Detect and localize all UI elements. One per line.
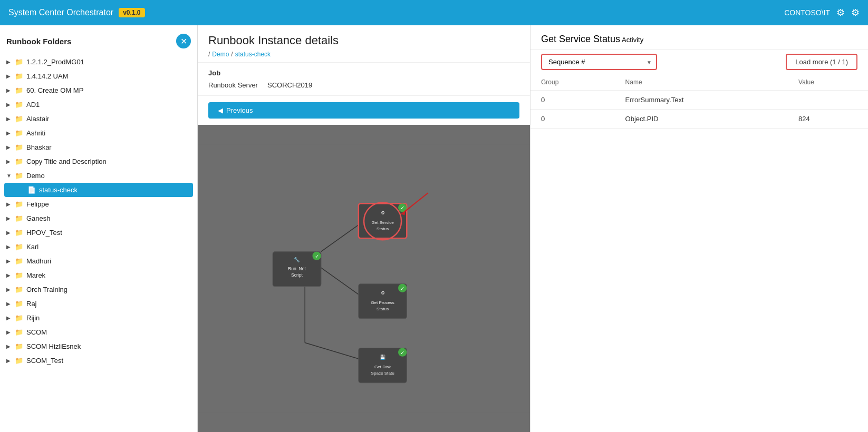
previous-button[interactable]: ◀ Previous	[208, 102, 519, 119]
folder-item-scom-test[interactable]: ▶ 📁 SCOM_Test	[0, 354, 197, 368]
right-panel-title: Get Service Status	[541, 34, 620, 44]
settings-icon[interactable]: ⚙	[836, 7, 845, 18]
table-row: 0 Object.PID 824	[531, 110, 868, 129]
arrow-icon: ▶	[6, 201, 15, 207]
folder-item-ad1[interactable]: ▶ 📁 AD1	[0, 97, 197, 112]
svg-text:✓: ✓	[315, 253, 319, 259]
load-more-button[interactable]: Load more (1 / 1)	[786, 54, 857, 70]
folder-item-copy-title[interactable]: ▶ 📁 Copy Title and Description	[0, 154, 197, 169]
folder-icon: 📁	[15, 143, 23, 151]
folder-name: Orch Training	[26, 286, 67, 293]
folder-icon: 📁	[15, 328, 23, 336]
folder-item-orch[interactable]: ▶ 📁 Orch Training	[0, 282, 197, 297]
gear-icon[interactable]: ⚙	[851, 7, 860, 18]
folder-item-status-check[interactable]: 📄 status-check	[4, 183, 193, 197]
svg-text:🔧: 🔧	[294, 257, 300, 263]
job-detail-row: Runbook Server SCORCH2019	[208, 81, 519, 89]
arrow-icon: ▶	[6, 301, 15, 307]
arrow-icon: ▶	[6, 159, 15, 164]
arrow-icon: ▶	[6, 59, 15, 65]
folder-item-rijin[interactable]: ▶ 📁 Rijin	[0, 311, 197, 325]
folder-item-ashriti[interactable]: ▶ 📁 Ashriti	[0, 126, 197, 140]
arrow-icon: ▶	[6, 358, 15, 364]
table-header: Group Name Value	[531, 74, 868, 91]
svg-text:⚙: ⚙	[381, 290, 385, 296]
folder-name: Alastair	[26, 115, 49, 123]
folder-item-madhuri[interactable]: ▶ 📁 Madhuri	[0, 254, 197, 268]
folder-name: Copy Title and Description	[26, 158, 107, 165]
folder-item-alastair[interactable]: ▶ 📁 Alastair	[0, 112, 197, 126]
folder-item-raj[interactable]: ▶ 📁 Raj	[0, 297, 197, 311]
folder-item-hpov[interactable]: ▶ 📁 HPOV_Test	[0, 225, 197, 240]
breadcrumb-status-check[interactable]: status-check	[235, 51, 271, 58]
prev-arrow-icon: ◀	[218, 106, 223, 114]
file-icon: 📄	[27, 186, 36, 194]
folder-item-demo[interactable]: ▼ 📁 Demo	[0, 169, 197, 183]
arrow-icon: ▶	[6, 329, 15, 335]
folder-item-karl[interactable]: ▶ 📁 Karl	[0, 240, 197, 254]
folder-name: Ashriti	[26, 129, 45, 137]
folder-list: ▶ 📁 1.2.1.2_ProdMG01 ▶ 📁 1.4.14.2 UAM ▶ …	[0, 53, 197, 370]
folder-item-60[interactable]: ▶ 📁 60. Create OM MP	[0, 83, 197, 97]
folder-name: Rijin	[26, 314, 40, 322]
activity-table: Group Name Value 0 ErrorSummary.Text 0 O…	[531, 74, 868, 129]
arrow-icon: ▼	[6, 173, 15, 179]
svg-text:Status: Status	[377, 227, 389, 231]
arrow-icon: ▶	[6, 343, 15, 349]
folder-icon: 📁	[15, 314, 23, 322]
diagram-area: 🔧 Run .Net Script ✓ ⚙ Get Service Status…	[198, 125, 530, 432]
svg-text:✓: ✓	[400, 286, 404, 291]
arrow-icon: ▶	[6, 102, 15, 107]
cell-group: 0	[531, 91, 615, 110]
svg-text:Get Process: Get Process	[371, 300, 394, 305]
svg-text:💾: 💾	[380, 354, 386, 360]
svg-text:Get Disk: Get Disk	[374, 365, 391, 369]
arrow-icon: ▶	[6, 244, 15, 250]
version-badge: v0.1.0	[119, 8, 144, 17]
runbook-header: Runbook Instance details / Demo / status…	[198, 25, 530, 63]
breadcrumb-demo[interactable]: Demo	[212, 51, 229, 58]
cell-value: 824	[788, 110, 868, 129]
folder-icon: 📁	[15, 214, 23, 222]
job-detail-value: SCORCH2019	[267, 81, 312, 89]
folder-item-scom[interactable]: ▶ 📁 SCOM	[0, 325, 197, 339]
svg-text:Status: Status	[377, 307, 389, 311]
folder-name: status-check	[39, 186, 78, 194]
folder-name: SCOM HizliEsnek	[26, 342, 81, 350]
sequence-select-wrapper: Sequence #	[541, 54, 657, 70]
navbar-user: CONTOSO\IT	[784, 8, 830, 17]
folder-item-felippe[interactable]: ▶ 📁 Felippe	[0, 197, 197, 211]
folder-icon: 📁	[15, 158, 23, 165]
sidebar-close-button[interactable]: ✕	[176, 34, 191, 48]
right-panel-header: Get Service Status Activity	[531, 25, 868, 50]
folder-name: HPOV_Test	[26, 229, 62, 237]
folder-icon: 📁	[15, 129, 23, 137]
folder-name: 1.4.14.2 UAM	[26, 72, 69, 80]
folder-item-bhaskar[interactable]: ▶ 📁 Bhaskar	[0, 140, 197, 154]
folder-item-scom-hiz[interactable]: ▶ 📁 SCOM HizliEsnek	[0, 339, 197, 354]
folder-item-1212[interactable]: ▶ 📁 1.2.1.2_ProdMG01	[0, 55, 197, 69]
prev-label: Previous	[226, 106, 253, 114]
cell-name: ErrorSummary.Text	[615, 91, 788, 110]
folder-item-ganesh[interactable]: ▶ 📁 Ganesh	[0, 211, 197, 225]
sequence-row: Sequence # Load more (1 / 1)	[531, 50, 868, 74]
arrow-icon: ▶	[6, 215, 15, 221]
cell-name: Object.PID	[615, 110, 788, 129]
folder-icon: 📁	[15, 300, 23, 308]
job-detail-key: Runbook Server	[208, 81, 261, 89]
folder-name: Bhaskar	[26, 143, 52, 151]
folder-name: SCOM_Test	[26, 357, 63, 365]
breadcrumb: / Demo / status-check	[208, 51, 519, 58]
folder-item-1414[interactable]: ▶ 📁 1.4.14.2 UAM	[0, 69, 197, 83]
folder-icon: 📁	[15, 101, 23, 109]
main-layout: Runbook Folders ✕ ▶ 📁 1.2.1.2_ProdMG01 ▶…	[0, 25, 868, 432]
arrow-icon: ▶	[6, 230, 15, 235]
right-panel-subtitle: Activity	[622, 36, 643, 44]
right-panel-title-container: Get Service Status Activity	[541, 34, 643, 45]
sequence-select[interactable]: Sequence #	[541, 54, 657, 70]
folder-item-marek[interactable]: ▶ 📁 Marek	[0, 268, 197, 282]
folder-name: AD1	[26, 101, 40, 109]
folder-icon: 📁	[15, 271, 23, 279]
folder-name: 1.2.1.2_ProdMG01	[26, 58, 84, 66]
app-title: System Center Orchestrator	[8, 8, 113, 17]
